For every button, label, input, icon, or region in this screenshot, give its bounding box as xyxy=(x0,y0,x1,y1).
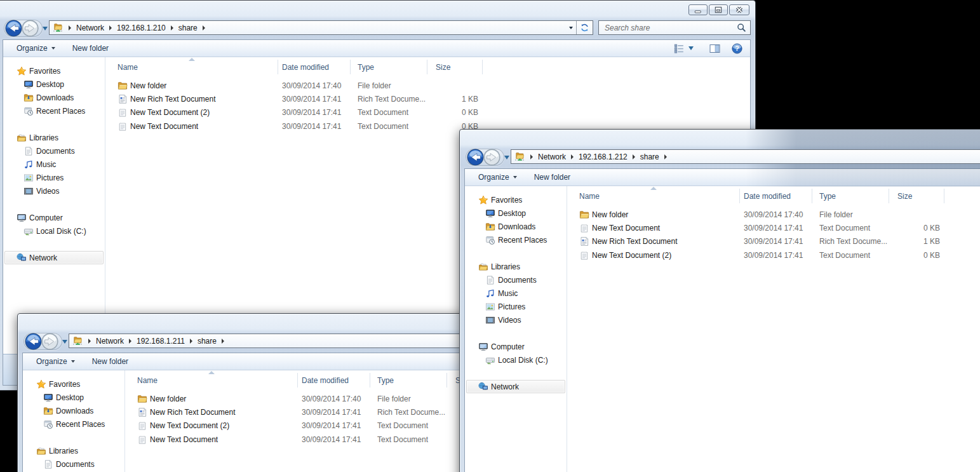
breadcrumb-segment[interactable]: Network xyxy=(525,150,566,163)
refresh-button[interactable] xyxy=(577,21,593,34)
sidebar-item[interactable]: Libraries xyxy=(465,260,567,273)
sidebar-item[interactable]: Downloads xyxy=(465,220,567,233)
sidebar-item-icon xyxy=(23,93,34,103)
address-bar[interactable]: Network192.168.1.210share xyxy=(49,20,593,35)
column-header-date-modified[interactable]: Date modified xyxy=(740,189,812,203)
breadcrumb-segment[interactable]: Network xyxy=(64,21,104,34)
sidebar-item-icon xyxy=(478,262,488,272)
sidebar-item[interactable]: Favorites xyxy=(3,64,105,78)
sidebar-item[interactable]: Music xyxy=(3,158,105,171)
sort-ascending-icon xyxy=(650,187,657,190)
sidebar-item[interactable]: Downloads xyxy=(3,91,105,104)
sidebar-item[interactable]: Desktop xyxy=(23,391,124,404)
organize-menu-button[interactable]: Organize xyxy=(17,44,55,53)
file-type: File folder xyxy=(351,81,427,90)
file-row[interactable]: New Rich Text Document 30/09/2014 17:41 … xyxy=(105,92,750,105)
file-date-modified: 30/09/2014 17:40 xyxy=(298,394,370,403)
sidebar-item[interactable]: Documents xyxy=(23,457,124,471)
sidebar-item[interactable]: Pictures xyxy=(3,171,105,184)
forward-button[interactable] xyxy=(22,20,39,37)
recent-pages-dropdown[interactable] xyxy=(60,333,69,350)
breadcrumb: Network192.168.1.210share xyxy=(64,21,198,34)
change-view-button[interactable] xyxy=(674,40,694,57)
sidebar-item[interactable]: Libraries xyxy=(23,444,124,457)
sidebar-item[interactable]: Pictures xyxy=(465,300,567,313)
column-header-name[interactable]: Name xyxy=(567,189,740,203)
preview-pane-button[interactable] xyxy=(709,40,720,57)
back-button[interactable] xyxy=(25,333,42,350)
file-icon xyxy=(579,223,589,233)
address-dropdown-button[interactable] xyxy=(565,21,576,34)
chevron-down-icon xyxy=(569,27,573,29)
file-row[interactable]: New folder 30/09/2014 17:40 File folder xyxy=(105,79,750,92)
organize-menu-button[interactable]: Organize xyxy=(36,357,75,366)
sidebar-item[interactable]: Recent Places xyxy=(465,233,567,246)
sidebar-item[interactable]: Network xyxy=(4,251,104,264)
column-header-name[interactable]: Name xyxy=(125,373,298,388)
breadcrumb-segment[interactable]: 192.168.1.212 xyxy=(566,150,628,163)
close-button[interactable] xyxy=(729,4,749,15)
sidebar-item[interactable]: Local Disk (C:) xyxy=(3,224,105,238)
svg-text:?: ? xyxy=(735,44,739,52)
recent-pages-dropdown[interactable] xyxy=(41,20,50,37)
window-client-area: Organize New folder ? FavoritesDesktopDo… xyxy=(464,168,980,472)
column-header-date-modified[interactable]: Date modified xyxy=(278,60,351,74)
address-bar[interactable]: Network192.168.1.212share xyxy=(511,149,980,164)
column-header-name[interactable]: Name xyxy=(105,60,278,74)
sidebar-item[interactable]: Videos xyxy=(465,313,567,327)
help-button[interactable]: ? xyxy=(732,40,742,57)
sidebar-item[interactable]: Videos xyxy=(3,184,105,198)
search-box[interactable]: Search share xyxy=(598,20,751,35)
minimize-button[interactable] xyxy=(688,4,708,15)
column-header-type[interactable]: Type xyxy=(812,189,889,203)
breadcrumb-arrow-icon[interactable] xyxy=(203,25,205,30)
sidebar-item[interactable]: Computer xyxy=(3,211,105,224)
file-row[interactable]: New Text Document (2) 30/09/2014 17:41 T… xyxy=(105,106,750,119)
explorer-window-212[interactable]: Network192.168.1.212share Organize New f… xyxy=(459,129,980,472)
breadcrumb-segment[interactable]: 192.168.1.210 xyxy=(104,21,166,34)
sidebar-item[interactable]: Downloads xyxy=(23,404,124,417)
new-folder-button[interactable]: New folder xyxy=(534,173,570,182)
column-header-date-modified[interactable]: Date modified xyxy=(298,373,370,388)
breadcrumb-arrow-icon[interactable] xyxy=(664,154,667,159)
organize-menu-button[interactable]: Organize xyxy=(478,173,517,182)
desktop: { "desktop": {"background_color": "#0000… xyxy=(0,0,980,472)
sidebar-item[interactable]: Libraries xyxy=(3,131,105,144)
file-row[interactable]: New Text Document (2) 30/09/2014 17:41 T… xyxy=(567,248,980,262)
back-button[interactable] xyxy=(467,149,484,166)
new-folder-button[interactable]: New folder xyxy=(72,44,109,53)
sidebar-item[interactable]: Music xyxy=(465,287,567,300)
recent-pages-dropdown[interactable] xyxy=(502,149,511,166)
sidebar-item[interactable]: Documents xyxy=(3,144,105,158)
maximize-icon xyxy=(709,5,727,15)
sidebar-item[interactable]: Documents xyxy=(465,273,567,287)
breadcrumb-segment[interactable]: share xyxy=(166,21,198,34)
file-row[interactable]: New Text Document 30/09/2014 17:41 Text … xyxy=(567,221,980,234)
forward-button[interactable] xyxy=(483,149,500,166)
back-button[interactable] xyxy=(5,20,22,37)
preview-pane-icon xyxy=(709,44,720,53)
breadcrumb-segment[interactable]: Network xyxy=(83,334,124,347)
sidebar-item[interactable]: Favorites xyxy=(465,193,567,206)
sidebar-item[interactable]: Desktop xyxy=(3,78,105,91)
sidebar-item[interactable]: Desktop xyxy=(465,206,567,220)
column-header-type[interactable]: Type xyxy=(351,60,427,74)
column-header-type[interactable]: Type xyxy=(370,373,447,388)
new-folder-button[interactable]: New folder xyxy=(92,357,128,366)
forward-button[interactable] xyxy=(41,333,58,350)
file-row[interactable]: New folder 30/09/2014 17:40 File folder xyxy=(567,208,980,221)
sidebar-item[interactable]: Computer xyxy=(465,340,567,353)
file-row[interactable]: New Rich Text Document 30/09/2014 17:41 … xyxy=(567,235,980,248)
sidebar-item[interactable]: Favorites xyxy=(23,377,124,391)
sidebar-item[interactable]: Local Disk (C:) xyxy=(465,353,567,367)
breadcrumb-segment[interactable]: share xyxy=(185,334,217,347)
breadcrumb-segment[interactable]: 192.168.1.211 xyxy=(124,334,185,347)
sidebar-item[interactable]: Recent Places xyxy=(3,104,105,118)
maximize-button[interactable] xyxy=(709,4,728,15)
column-header-size[interactable]: Size xyxy=(427,60,483,74)
breadcrumb-arrow-icon[interactable] xyxy=(222,339,224,344)
breadcrumb-segment[interactable]: share xyxy=(628,150,659,163)
sidebar-item[interactable]: Network xyxy=(466,380,565,393)
sidebar-item[interactable]: Recent Places xyxy=(23,417,124,431)
column-header-size[interactable]: Size xyxy=(889,189,944,203)
